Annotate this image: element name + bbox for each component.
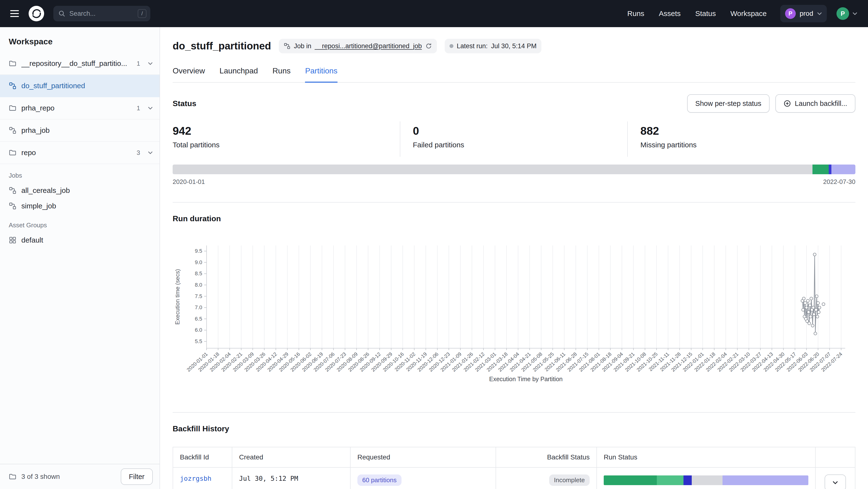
sidebar-item-job[interactable]: simple_job xyxy=(9,198,151,214)
avatar: P xyxy=(836,7,849,20)
stat-label: Failed partitions xyxy=(413,141,627,149)
y-tick-label: 9.0 xyxy=(195,259,202,265)
y-tick-label: 9.5 xyxy=(195,248,202,254)
nav-link-assets[interactable]: Assets xyxy=(659,9,681,18)
row-expand-button[interactable] xyxy=(825,475,846,489)
main-content: do_stuff_partitioned Job in __reposi...a… xyxy=(160,27,868,489)
status-header: Status Show per-step status Launch backf… xyxy=(173,94,856,113)
sidebar-item-label: do_stuff_partitioned xyxy=(21,82,85,90)
show-per-step-status-button[interactable]: Show per-step status xyxy=(687,94,770,113)
partition-status-bar[interactable] xyxy=(173,165,856,174)
search-placeholder: Search... xyxy=(69,10,96,18)
dagster-logo[interactable] xyxy=(28,5,44,22)
sidebar-item-count: 1 xyxy=(137,60,140,67)
stat-value: 882 xyxy=(640,124,856,137)
deployment-avatar: P xyxy=(785,8,796,19)
data-point-marker xyxy=(805,306,808,309)
search-input[interactable]: Search... / xyxy=(53,6,150,21)
stat-total-partitions: 942 Total partitions xyxy=(173,121,400,157)
top-navigation: Search... / Runs Assets Status Workspace… xyxy=(0,0,868,27)
menu-line xyxy=(10,16,19,17)
col-actions xyxy=(815,447,855,467)
job-icon xyxy=(9,187,17,194)
chevron-down-icon[interactable] xyxy=(148,107,153,109)
sidebar-item-repository[interactable]: prha_repo 1 xyxy=(0,97,159,120)
sidebar-item-count: 1 xyxy=(137,104,140,112)
launch-backfill-label: Launch backfill... xyxy=(795,100,847,107)
run-duration-chart-wrap: 2020-01-012020-01-182020-02-042020-02-21… xyxy=(173,240,856,385)
tab-partitions[interactable]: Partitions xyxy=(305,66,337,83)
sidebar-item-job-selected[interactable]: do_stuff_partitioned xyxy=(0,75,159,97)
data-point-marker xyxy=(822,303,825,305)
folder-icon xyxy=(9,149,17,157)
primary-nav: Runs Assets Status Workspace xyxy=(627,9,767,18)
jobs-section-label: Jobs xyxy=(9,172,151,179)
job-tag: Job in __reposi...artitioned@partitioned… xyxy=(279,39,437,53)
run-duration-section: Run duration 2020-01-012020-01-182020-02… xyxy=(173,202,856,385)
run-duration-heading: Run duration xyxy=(173,214,856,223)
chevron-down-icon[interactable] xyxy=(148,151,153,154)
reload-icon[interactable] xyxy=(425,43,432,50)
launch-backfill-button[interactable]: Launch backfill... xyxy=(775,94,856,113)
plus-circle-icon xyxy=(784,100,791,107)
bar-segment xyxy=(173,165,812,174)
nav-link-status[interactable]: Status xyxy=(695,9,716,18)
data-point-marker xyxy=(808,322,811,325)
tab-launchpad[interactable]: Launchpad xyxy=(219,66,258,83)
latest-run-tag: Latest run: Jul 30, 5:14 PM xyxy=(445,39,541,53)
x-axis-title: Execution Time by Partition xyxy=(489,376,563,382)
sidebar-item-label: simple_job xyxy=(21,202,56,210)
data-point-marker xyxy=(808,304,811,307)
bar-segment xyxy=(604,476,657,485)
stat-label: Missing partitions xyxy=(640,141,856,149)
latest-run-time-link[interactable]: Jul 30, 5:14 PM xyxy=(491,42,536,50)
folder-icon xyxy=(9,104,17,112)
chevron-down-icon[interactable] xyxy=(148,62,153,65)
sidebar-item-label: repo xyxy=(21,149,36,157)
job-icon xyxy=(9,82,17,90)
nav-link-workspace[interactable]: Workspace xyxy=(730,9,767,18)
folder-icon xyxy=(9,473,17,481)
tab-overview[interactable]: Overview xyxy=(173,66,205,83)
y-tick-label: 5.5 xyxy=(195,338,202,344)
tab-runs[interactable]: Runs xyxy=(273,66,291,83)
dagster-logo-icon xyxy=(28,5,44,22)
filter-button[interactable]: Filter xyxy=(121,468,153,485)
backfill-id-link[interactable]: jozrgsbh xyxy=(180,475,211,482)
data-point-marker xyxy=(815,295,818,298)
sidebar-item-job[interactable]: prha_job xyxy=(0,120,159,142)
job-tag-path-link[interactable]: __reposi...artitioned@partitioned_job xyxy=(315,42,422,50)
col-created: Created xyxy=(232,447,350,467)
table-header-row: Backfill Id Created Requested Backfill S… xyxy=(173,447,855,467)
y-axis-title: Execution time (secs) xyxy=(174,269,181,324)
data-point-marker xyxy=(818,306,821,309)
data-point-marker xyxy=(817,311,820,314)
backfill-history-section: Backfill History Backfill Id Created Req… xyxy=(173,412,856,489)
sidebar-item-asset-group[interactable]: default xyxy=(9,232,151,248)
data-point-marker xyxy=(812,306,815,309)
run-status-bar[interactable] xyxy=(604,476,808,485)
chevron-down-icon xyxy=(852,12,857,15)
status-actions: Show per-step status Launch backfill... xyxy=(687,94,856,113)
menu-icon[interactable] xyxy=(7,5,23,22)
user-menu[interactable]: P xyxy=(836,7,857,20)
nav-link-runs[interactable]: Runs xyxy=(627,9,644,18)
col-run-status: Run Status xyxy=(597,447,815,467)
run-status-dot xyxy=(450,44,454,48)
chevron-down-icon xyxy=(817,12,822,15)
sidebar-title: Workspace xyxy=(0,27,159,53)
sidebar-item-label: all_cereals_job xyxy=(21,186,70,195)
asset-groups-section-label: Asset Groups xyxy=(9,222,151,229)
stat-failed-partitions: 0 Failed partitions xyxy=(400,121,628,157)
data-point-marker xyxy=(802,308,804,312)
requested-partitions-chip[interactable]: 60 partitions xyxy=(358,475,402,486)
deployment-switcher[interactable]: P prod xyxy=(780,5,827,22)
workspace-sidebar: Workspace __repository__do_stuff_partiti… xyxy=(0,27,160,489)
data-point-marker xyxy=(804,302,807,304)
data-point-marker xyxy=(811,324,814,327)
sidebar-item-repository[interactable]: __repository__do_stuff_partitio... 1 xyxy=(0,53,159,75)
job-icon xyxy=(9,202,17,210)
sidebar-item-repository[interactable]: repo 3 xyxy=(0,142,159,164)
sidebar-item-job[interactable]: all_cereals_job xyxy=(9,183,151,198)
backfill-created: Jul 30, 5:12 PM xyxy=(239,475,298,482)
